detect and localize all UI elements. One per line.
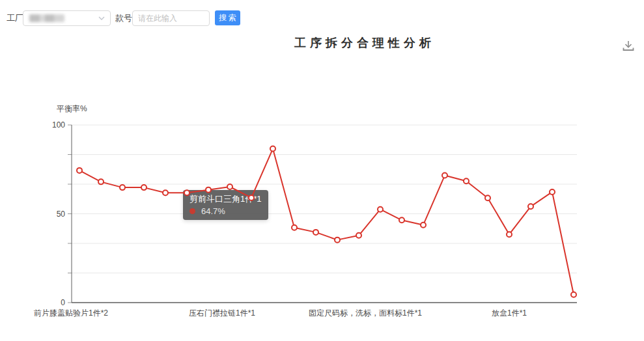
chart-tooltip: 剪前斗口三角1件*1 64.7% (183, 190, 268, 220)
process-split-analysis-page: 工厂 款号 搜索 工序拆分合理性分析 平衡率% 100 50 0 前片膝盖贴验片… (0, 0, 644, 341)
tooltip-category: 剪前斗口三角1件*1 (189, 193, 262, 204)
chart-grid-layer (0, 0, 644, 341)
series-dot-icon (189, 208, 195, 214)
tooltip-value: 64.7% (201, 207, 225, 215)
